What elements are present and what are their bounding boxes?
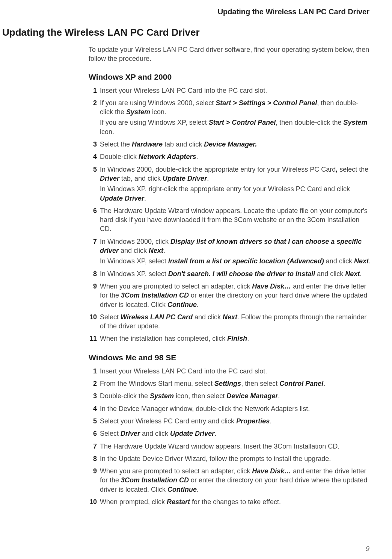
body-text: Select bbox=[100, 430, 121, 437]
emphasis-text: Driver bbox=[121, 430, 140, 437]
body-text: In Windows 2000, click bbox=[100, 238, 170, 245]
step-item: Select your Wireless PC Card entry and c… bbox=[89, 417, 371, 426]
emphasis-text: System bbox=[150, 392, 174, 400]
body-text: Select the bbox=[100, 141, 132, 148]
emphasis-text: Start > Control Panel bbox=[209, 119, 276, 126]
emphasis-text: Update Driver bbox=[163, 175, 207, 182]
step-item: From the Windows Start menu, select Sett… bbox=[89, 379, 371, 388]
emphasis-text: Driver bbox=[100, 175, 119, 182]
step-item: If you are using Windows 2000, select St… bbox=[89, 98, 371, 136]
body-text: If you are using Windows XP, select bbox=[100, 119, 209, 126]
step-item: In the Device Manager window, double-cli… bbox=[89, 404, 371, 413]
emphasis-text: Settings bbox=[214, 380, 241, 387]
body-text: . bbox=[196, 153, 198, 160]
emphasis-text: Finish bbox=[227, 335, 247, 342]
emphasis-text: Don't search. I will choose the driver t… bbox=[168, 270, 315, 278]
step-item: Select the Hardware tab and click Device… bbox=[89, 140, 371, 149]
step-item: The Hardware Update Wizard window appear… bbox=[89, 206, 371, 234]
body-text: . bbox=[163, 247, 165, 254]
emphasis-text: Network Adapters bbox=[139, 153, 196, 160]
emphasis-text: Next bbox=[149, 247, 163, 254]
body-text: When you are prompted to select an adapt… bbox=[100, 467, 252, 475]
sub-heading: Windows Me and 98 SE bbox=[89, 353, 371, 362]
page-header: Updating the Wireless LAN PC Card Driver bbox=[0, 0, 392, 27]
step-item: In Windows 2000, double-click the approp… bbox=[89, 165, 371, 203]
emphasis-text: Continue bbox=[167, 486, 197, 493]
body-text: . bbox=[369, 257, 371, 265]
emphasis-text: Device Manager. bbox=[204, 141, 257, 148]
body-text: In Windows XP, right-click the appropria… bbox=[100, 185, 350, 193]
step-item: Insert your Wireless LAN PC Card into th… bbox=[89, 367, 371, 376]
emphasis-text: Properties bbox=[236, 417, 270, 425]
emphasis-text: Have Disk… bbox=[252, 467, 291, 475]
body-text: . bbox=[323, 380, 325, 387]
body-text: If you are using Windows 2000, select bbox=[100, 99, 216, 107]
body-text: . bbox=[207, 175, 209, 182]
step-item: When you are prompted to select an adapt… bbox=[89, 282, 371, 309]
emphasis-text: Restart bbox=[167, 498, 190, 506]
step-list: Insert your Wireless LAN PC Card into th… bbox=[89, 367, 371, 507]
step-item: Double-click Network Adapters. bbox=[89, 152, 371, 161]
body-text: Select bbox=[100, 313, 121, 321]
body-text: The Hardware Update Wizard window appear… bbox=[100, 443, 339, 450]
body-text: and click bbox=[193, 313, 223, 321]
step-item: In the Update Device Driver Wizard, foll… bbox=[89, 454, 371, 463]
step-item: When prompted, click Restart for the cha… bbox=[89, 497, 371, 506]
body-text: In Windows 2000, double-click the approp… bbox=[100, 166, 336, 173]
body-text: . bbox=[197, 486, 199, 493]
step-item: Select Wireless LAN PC Card and click Ne… bbox=[89, 313, 371, 331]
body-text: and click bbox=[315, 270, 345, 278]
body-text: tab, and click bbox=[119, 175, 163, 182]
emphasis-text: Start > Settings > Control Panel bbox=[216, 99, 317, 107]
emphasis-text: Hardware bbox=[132, 141, 163, 148]
body-text: . bbox=[270, 417, 271, 425]
step-item: In Windows 2000, click Display list of k… bbox=[89, 237, 371, 266]
body-text: . bbox=[144, 195, 146, 202]
body-text: . bbox=[360, 270, 362, 278]
body-text: Insert your Wireless LAN PC Card into th… bbox=[100, 87, 267, 94]
body-text: In the Device Manager window, double-cli… bbox=[100, 405, 310, 412]
emphasis-text: Continue bbox=[167, 301, 197, 308]
step-item: When you are prompted to select an adapt… bbox=[89, 467, 371, 494]
emphasis-text: System bbox=[343, 119, 367, 126]
body-text: tab and click bbox=[163, 141, 204, 148]
emphasis-text: System bbox=[126, 108, 150, 116]
step-item: In Windows XP, select Don't search. I wi… bbox=[89, 269, 371, 278]
body-text: . bbox=[247, 335, 249, 342]
body-text: When you are prompted to select an adapt… bbox=[100, 283, 252, 290]
body-text: icon. bbox=[150, 108, 166, 116]
body-text: , then select bbox=[241, 380, 279, 387]
intro-paragraph: To update your Wireless LAN PC Card driv… bbox=[89, 45, 371, 63]
body-text: The Hardware Update Wizard window appear… bbox=[100, 207, 368, 233]
body-text: Double-click bbox=[100, 153, 139, 160]
body-text: When the installation has completed, cli… bbox=[100, 335, 227, 342]
body-text: Select your Wireless PC Card entry and c… bbox=[100, 417, 236, 425]
emphasis-text: Update Driver bbox=[100, 195, 144, 202]
step-item: Double-click the System icon, then selec… bbox=[89, 391, 371, 400]
body-text: Insert your Wireless LAN PC Card into th… bbox=[100, 367, 267, 375]
emphasis-text: Next bbox=[354, 257, 369, 265]
emphasis-text: Next bbox=[345, 270, 360, 278]
body-text: When prompted, click bbox=[100, 498, 167, 506]
body-text: From the Windows Start menu, select bbox=[100, 380, 214, 387]
body-text: and click bbox=[140, 430, 170, 437]
body-text: In Windows XP, select bbox=[100, 270, 168, 278]
step-item: Insert your Wireless LAN PC Card into th… bbox=[89, 86, 371, 95]
step-list: Insert your Wireless LAN PC Card into th… bbox=[89, 86, 371, 343]
emphasis-text: Have Disk… bbox=[252, 283, 291, 290]
body-text: In Windows XP, select bbox=[100, 257, 168, 265]
body-text: select the bbox=[338, 166, 368, 173]
content-area: To update your Wireless LAN PC Card driv… bbox=[89, 45, 371, 506]
sub-heading: Windows XP and 2000 bbox=[89, 73, 371, 82]
emphasis-text: 3Com Installation CD bbox=[121, 292, 189, 299]
body-text: icon, then select bbox=[174, 392, 226, 400]
body-text: icon. bbox=[100, 128, 114, 136]
emphasis-text: 3Com Installation CD bbox=[121, 476, 189, 484]
page-number: 9 bbox=[366, 545, 369, 553]
emphasis-text: Control Panel bbox=[279, 380, 323, 387]
body-text: and click bbox=[119, 247, 149, 254]
body-text: . bbox=[197, 301, 199, 308]
body-text: , then double-click the bbox=[276, 119, 343, 126]
emphasis-text: Device Manager bbox=[226, 392, 278, 400]
step-item: Select Driver and click Update Driver. bbox=[89, 429, 371, 438]
